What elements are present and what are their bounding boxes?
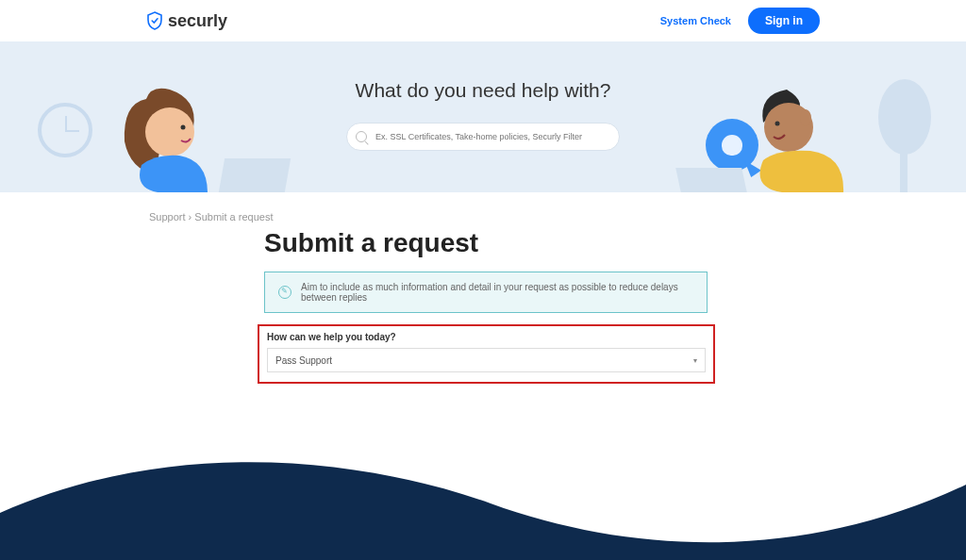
footer-wave: [0, 447, 966, 560]
page-title: Submit a request: [264, 228, 966, 258]
hero-title: What do you need help with?: [356, 79, 611, 102]
info-banner-text: Aim to include as much information and d…: [301, 282, 693, 303]
laptop-left-illustration: [219, 158, 291, 192]
svg-point-2: [145, 107, 194, 156]
search-input[interactable]: [346, 123, 620, 151]
breadcrumb-separator: ›: [189, 211, 192, 222]
breadcrumb: Support › Submit a request: [149, 211, 966, 222]
pencil-icon: [278, 286, 291, 299]
search-icon: [356, 131, 367, 142]
svg-point-3: [181, 125, 186, 130]
person-right-illustration: [740, 71, 862, 192]
svg-point-0: [878, 79, 931, 155]
system-check-link[interactable]: System Check: [660, 15, 731, 26]
help-topic-select[interactable]: Pass Support: [267, 348, 706, 372]
svg-point-5: [775, 122, 780, 126]
brand-logo[interactable]: securly: [146, 11, 227, 31]
header-actions: System Check Sign in: [660, 8, 820, 34]
highlighted-form-section: How can we help you today? Pass Support: [258, 324, 715, 384]
svg-point-6: [800, 109, 811, 126]
sign-in-button[interactable]: Sign in: [748, 8, 820, 34]
question-label: How can we help you today?: [267, 332, 706, 342]
tree-illustration: [862, 70, 938, 192]
main-content: Support › Submit a request Submit a requ…: [0, 192, 966, 313]
person-left-illustration: [104, 71, 226, 192]
shield-icon: [146, 11, 163, 30]
laptop-right-illustration: [675, 168, 747, 192]
breadcrumb-root[interactable]: Support: [149, 211, 186, 222]
info-banner: Aim to include as much information and d…: [264, 272, 708, 313]
breadcrumb-current: Submit a request: [194, 211, 273, 222]
brand-text: securly: [168, 11, 227, 31]
select-value: Pass Support: [275, 355, 332, 366]
clock-icon: [38, 103, 92, 157]
hero-banner: What do you need help with?: [0, 41, 966, 192]
search-field[interactable]: [346, 123, 620, 151]
header: securly System Check Sign in: [0, 0, 966, 41]
svg-rect-1: [900, 145, 908, 192]
